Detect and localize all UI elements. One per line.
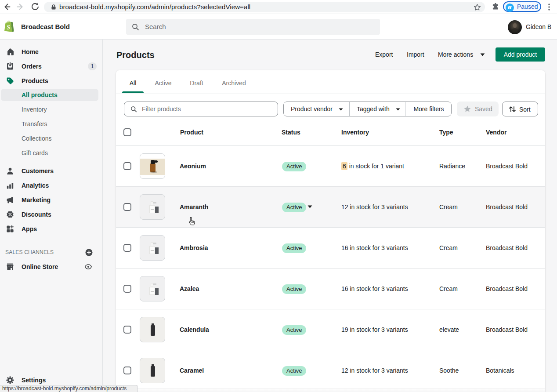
svg-text:S: S — [7, 24, 11, 30]
